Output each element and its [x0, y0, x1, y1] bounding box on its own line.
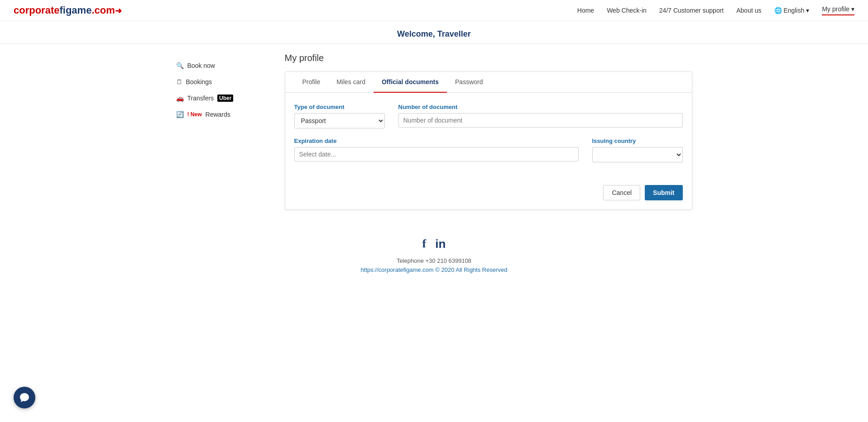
tabs-container: Profile Miles card Official documents Pa…: [285, 72, 692, 93]
language-label: English: [784, 7, 805, 14]
main-nav: Home Web Check-in 24/7 Customer support …: [577, 5, 854, 15]
logo-arrow-icon: ➜: [115, 6, 122, 15]
sidebar-label-bookings: Bookings: [186, 78, 212, 85]
form-row-2: Expiration date Issuing country: [294, 138, 683, 162]
nav-web-checkin[interactable]: Web Check-in: [607, 7, 647, 14]
footer: f in Telephone +30 210 6399108 https://c…: [0, 219, 868, 282]
footer-phone: Telephone +30 210 6399108: [0, 257, 868, 264]
header: corporatefigame.com➜ Home Web Check-in 2…: [0, 0, 868, 21]
welcome-message: Welcome, Traveller: [0, 21, 868, 43]
globe-icon: 🌐: [774, 7, 782, 14]
doc-type-label: Type of document: [294, 104, 385, 110]
doc-type-select[interactable]: Passport ID Card Driver's License: [294, 113, 385, 128]
logo[interactable]: corporatefigame.com➜: [14, 5, 122, 16]
profile-card: Profile Miles card Official documents Pa…: [285, 71, 692, 210]
nav-about-us[interactable]: About us: [736, 7, 761, 14]
country-label: Issuing country: [592, 138, 683, 144]
language-selector[interactable]: 🌐 English ▾: [774, 7, 810, 14]
content-area: My profile Profile Miles card Official d…: [285, 53, 692, 210]
country-group: Issuing country: [592, 138, 683, 162]
form-row-1: Type of document Passport ID Card Driver…: [294, 104, 683, 128]
tab-password[interactable]: Password: [447, 72, 491, 93]
nav-home[interactable]: Home: [577, 7, 594, 14]
logo-corporate: corporate: [14, 5, 59, 16]
doc-number-group: Number of document: [398, 104, 683, 128]
nav-customer-support[interactable]: 24/7 Customer support: [659, 7, 724, 14]
uber-badge: Uber: [217, 95, 233, 102]
tab-official-documents[interactable]: Official documents: [374, 72, 447, 93]
footer-link[interactable]: https://corporatefigame.com © 2020 All R…: [361, 266, 508, 273]
form-buttons: Cancel Submit: [285, 180, 692, 209]
social-icons: f in: [0, 237, 868, 251]
logo-com: .com: [91, 5, 115, 16]
search-icon: 🔍: [176, 62, 184, 69]
sidebar-item-book-now[interactable]: 🔍 Book now: [176, 57, 267, 74]
expiry-label: Expiration date: [294, 138, 579, 144]
submit-button[interactable]: Submit: [645, 185, 682, 200]
doc-number-label: Number of document: [398, 104, 683, 110]
new-badge: ! New: [187, 111, 202, 118]
cancel-button[interactable]: Cancel: [603, 185, 640, 200]
footer-copyright: https://corporatefigame.com © 2020 All R…: [0, 266, 868, 273]
country-select[interactable]: [592, 147, 683, 162]
facebook-icon[interactable]: f: [422, 237, 427, 251]
linkedin-icon[interactable]: in: [435, 237, 446, 251]
sidebar: 🔍 Book now 🗒 Bookings 🚗 Transfers Uber 🔄…: [176, 53, 267, 210]
car-icon: 🚗: [176, 95, 184, 102]
my-profile-nav[interactable]: My profile ▾: [822, 5, 854, 15]
official-documents-form: Type of document Passport ID Card Driver…: [285, 93, 692, 180]
logo-figame: figame: [59, 5, 91, 16]
page-title: My profile: [285, 53, 692, 63]
my-profile-label: My profile: [822, 5, 849, 13]
main-container: 🔍 Book now 🗒 Bookings 🚗 Transfers Uber 🔄…: [163, 44, 706, 219]
tab-miles-card[interactable]: Miles card: [328, 72, 374, 93]
expiry-group: Expiration date: [294, 138, 579, 162]
chat-icon: [19, 392, 30, 403]
bookings-icon: 🗒: [176, 78, 182, 85]
chat-button[interactable]: [14, 387, 35, 408]
doc-type-group: Type of document Passport ID Card Driver…: [294, 104, 385, 128]
sidebar-item-rewards[interactable]: 🔄 ! New Rewards: [176, 106, 267, 123]
refresh-icon: 🔄: [176, 111, 184, 118]
sidebar-label-rewards: Rewards: [206, 111, 230, 118]
chevron-down-icon-profile: ▾: [851, 5, 854, 13]
expiry-input[interactable]: [294, 147, 579, 161]
sidebar-item-bookings[interactable]: 🗒 Bookings: [176, 74, 267, 90]
chevron-down-icon: ▾: [806, 7, 809, 14]
sidebar-item-transfers[interactable]: 🚗 Transfers Uber: [176, 90, 267, 106]
sidebar-label-transfers: Transfers: [187, 95, 214, 102]
tab-profile[interactable]: Profile: [294, 72, 329, 93]
sidebar-label-book-now: Book now: [187, 62, 215, 69]
doc-number-input[interactable]: [398, 113, 683, 128]
